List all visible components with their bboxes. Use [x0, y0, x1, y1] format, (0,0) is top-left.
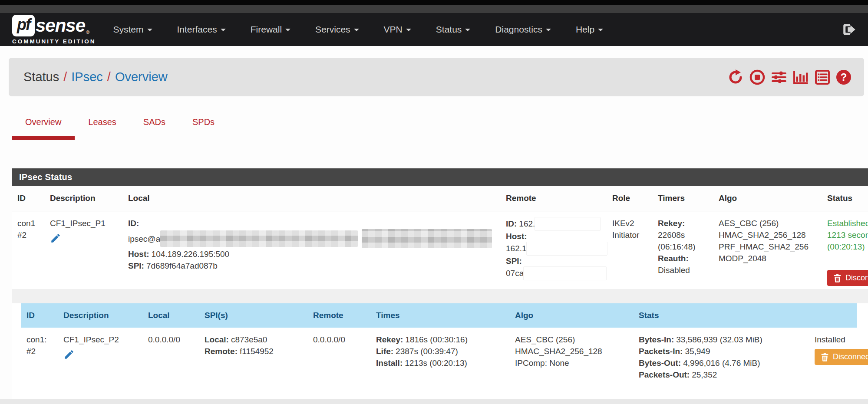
top-black-strip: [0, 0, 868, 5]
help-glyph: ?: [841, 71, 847, 83]
tab-spds[interactable]: SPDs: [179, 117, 228, 140]
nav-item-label: Firewall: [251, 24, 282, 34]
sense-logo-text: sense: [36, 15, 85, 36]
col-header-spis: SPI(s): [199, 303, 307, 328]
nav-item-label: Diagnostics: [495, 24, 542, 34]
remote-spi-value: 07ca: [506, 269, 524, 278]
refresh-icon[interactable]: [728, 69, 743, 85]
trash-icon: [821, 352, 829, 361]
nav-item-vpn[interactable]: VPN: [384, 24, 411, 35]
remote-spi-label: SPI:: [506, 256, 522, 266]
cell-timers: Rekey: 22608s (06:16:48) Reauth: Disable…: [652, 211, 713, 289]
role-protocol: IKEv2: [612, 217, 649, 229]
sign-out-icon[interactable]: [843, 23, 856, 36]
ipsec-status-panel: IPsec Status ID Description Local Remote…: [12, 168, 868, 399]
nav-item-firewall[interactable]: Firewall: [251, 24, 290, 35]
col-header-id: ID: [12, 186, 44, 211]
remote-id-label: ID:: [506, 219, 517, 228]
col-header-role: Role: [607, 186, 652, 211]
nav-item-system[interactable]: System: [113, 24, 152, 35]
edit-pencil-icon[interactable]: [50, 233, 61, 246]
pfsense-logo[interactable]: pf sense ® COMMUNITY EDITION: [12, 15, 96, 45]
breadcrumb-section: Status: [23, 70, 59, 84]
nav-item-status[interactable]: Status: [436, 24, 471, 35]
chevron-down-icon: [598, 29, 603, 31]
list-icon[interactable]: [815, 69, 830, 85]
chevron-down-icon: [465, 29, 470, 31]
stop-icon[interactable]: [749, 69, 765, 85]
community-edition-label: COMMUNITY EDITION: [12, 38, 96, 45]
cell-id: con1 #2: [12, 211, 44, 289]
cell-stats: Bytes-In:33,586,939 (32.03 MiB) Packets-…: [633, 328, 809, 399]
col-header-status-blank: [809, 303, 857, 328]
cell-description: CF1_IPsec_P2: [58, 328, 142, 399]
redacted-block: [527, 242, 607, 255]
tab-sads[interactable]: SADs: [130, 117, 179, 140]
main-navbar: pf sense ® COMMUNITY EDITION System Inte…: [0, 13, 868, 46]
bar-chart-icon[interactable]: [793, 69, 809, 85]
rekey-label: Rekey:: [658, 219, 685, 228]
nav-item-diagnostics[interactable]: Diagnostics: [495, 24, 551, 35]
child-sa-table: ID Description Local SPI(s) Remote Times…: [21, 303, 857, 399]
chevron-down-icon: [147, 29, 152, 31]
edit-pencil-icon[interactable]: [63, 349, 75, 362]
table-row: con1: #2 CF1_IPsec_P2 0.0.0.0/0: [21, 328, 857, 399]
local-id-value: ipsec@a: [128, 234, 160, 243]
pf-logo-text: pf: [17, 16, 30, 34]
registered-mark: ®: [86, 30, 89, 35]
nav-item-label: Status: [436, 24, 462, 34]
redacted-block: [362, 229, 492, 248]
rekey-seconds: 22608s: [658, 229, 710, 241]
col-header-id: ID: [21, 303, 58, 328]
sliders-icon[interactable]: [771, 69, 787, 85]
remote-host-label: Host:: [506, 232, 527, 241]
help-icon[interactable]: ?: [836, 70, 851, 85]
top-gray-strip: [0, 5, 868, 13]
nav-item-label: Services: [315, 24, 350, 34]
redacted-block: [160, 230, 358, 247]
tab-leases[interactable]: Leases: [75, 117, 130, 140]
cell-id: con1: #2: [21, 328, 58, 399]
disconnect-button-label: Disconnect: [845, 273, 868, 282]
reauth-label: Reauth:: [658, 254, 689, 263]
description-text: CF1_IPsec_P1: [50, 217, 119, 229]
pfsense-ipsec-overview-page: pf sense ® COMMUNITY EDITION System Inte…: [0, 0, 868, 404]
nav-item-help[interactable]: Help: [576, 24, 603, 35]
pfsense-logo-wordmark: pf sense ®: [12, 15, 96, 36]
chevron-down-icon: [546, 29, 551, 31]
status-established: Established: [827, 217, 868, 229]
remote-id-value: 162.: [519, 219, 535, 228]
col-header-stats: Stats: [633, 303, 809, 328]
nav-item-label: Help: [576, 24, 594, 34]
spi-local-label: Local:: [205, 335, 229, 344]
chevron-down-icon: [285, 29, 290, 31]
nav-item-interfaces[interactable]: Interfaces: [177, 24, 226, 35]
cell-remote: 0.0.0.0/0: [307, 328, 370, 399]
col-header-algo: Algo: [713, 186, 822, 211]
breadcrumb-separator: /: [59, 70, 71, 84]
nav-item-services[interactable]: Services: [315, 24, 359, 35]
nav-item-label: Interfaces: [177, 24, 217, 34]
chevron-down-icon: [354, 29, 359, 31]
status-installed: Installed: [815, 334, 853, 345]
spi-remote-label: Remote:: [205, 347, 238, 356]
reauth-value: Disabled: [658, 264, 710, 276]
cell-status: Installed Disconnect: [809, 328, 857, 399]
breadcrumb-link-ipsec[interactable]: IPsec: [71, 70, 103, 84]
breadcrumb-link-overview[interactable]: Overview: [115, 70, 168, 84]
status-uptime-seconds: 1213 seconds: [827, 229, 868, 241]
disconnect-button-label: Disconnect: [833, 352, 868, 361]
col-header-status: Status: [822, 186, 868, 211]
col-header-times: Times: [370, 303, 509, 328]
table-row: con1 #2 CF1_IPsec_P1 ID: ipsec@a Host:10…: [12, 211, 868, 289]
disconnect-button[interactable]: Disconnect: [827, 270, 868, 286]
pf-logo-box: pf: [12, 15, 35, 36]
tab-overview[interactable]: Overview: [12, 117, 75, 140]
disconnect-button[interactable]: Disconnect: [815, 349, 868, 365]
col-header-description: Description: [58, 303, 142, 328]
col-header-algo: Algo: [509, 303, 633, 328]
local-spi-label: SPI:: [128, 261, 144, 270]
cell-remote: ID:162. Host: 162.1 SPI: 07ca: [500, 211, 607, 289]
col-header-description: Description: [44, 186, 122, 211]
row-separator-band: [12, 289, 868, 303]
